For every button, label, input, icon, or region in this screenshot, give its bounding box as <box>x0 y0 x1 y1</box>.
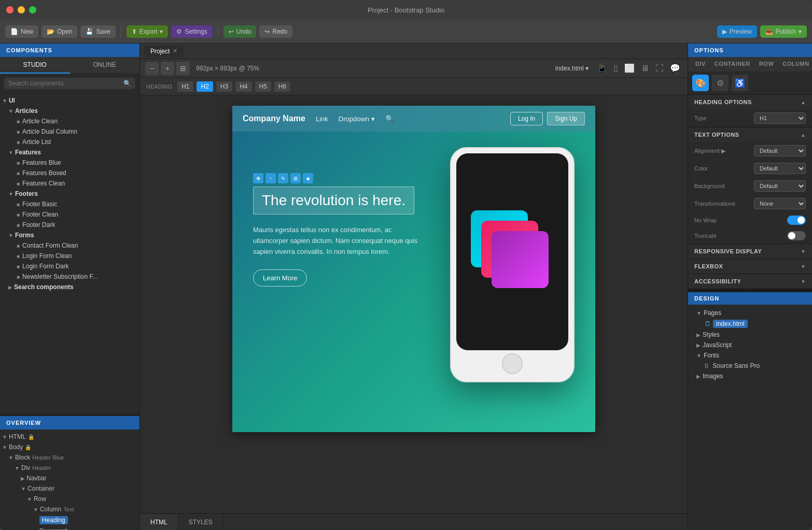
tree-item-newsletter[interactable]: ■ Newsletter Subscription F... <box>0 271 139 282</box>
html-tab[interactable]: HTML <box>140 514 178 530</box>
tree-item-features[interactable]: ▼ Features <box>0 147 139 157</box>
file-selector[interactable]: index.html ▾ <box>555 65 589 72</box>
dt-images[interactable]: ▶ Images <box>688 371 812 381</box>
delete-tool[interactable]: ■ <box>303 173 313 183</box>
tree-item-features-clean[interactable]: ■ Features Clean <box>0 178 139 189</box>
palette-icon-tab[interactable]: 🎨 <box>692 75 709 91</box>
dt-javascript[interactable]: ▶ JavaScript <box>688 340 812 350</box>
grid-toggle-button[interactable]: ⊞ <box>176 62 190 75</box>
transformations-select[interactable]: None Uppercase Lowercase Capitalize <box>754 198 806 209</box>
settings-button[interactable]: ⚙ Settings <box>171 25 212 38</box>
close-button[interactable] <box>6 6 13 13</box>
save-button[interactable]: 💾 Save <box>80 25 115 38</box>
export-button[interactable]: ⬆ Export ▾ <box>127 25 169 38</box>
tree-item-ui[interactable]: ▼ UI <box>0 95 139 106</box>
ov-item-navbar[interactable]: ▶ Navbar <box>0 473 139 483</box>
accessibility-icon-tab[interactable]: ♿ <box>732 75 748 91</box>
canvas-tab-project[interactable]: Project ✕ <box>144 46 184 57</box>
redo-button[interactable]: ↪ Redo <box>259 25 292 38</box>
tab-studio[interactable]: STUDIO <box>0 57 70 74</box>
open-button[interactable]: 📂 Open <box>41 25 77 38</box>
flexbox-header[interactable]: FLEXBOX ▼ <box>688 259 812 274</box>
tree-item-articles[interactable]: ▼ Articles <box>0 106 139 116</box>
tab-online[interactable]: ONLINE <box>70 57 140 74</box>
dt-fonts[interactable]: ▼ Fonts <box>688 350 812 361</box>
dt-styles[interactable]: ▶ Styles <box>688 330 812 340</box>
text-options-header[interactable]: TEXT OPTIONS ▲ <box>688 127 812 142</box>
new-button[interactable]: 📄 New <box>5 25 38 38</box>
tree-item-login-form-clean[interactable]: ■ Login Form Clean <box>0 251 139 261</box>
tree-item-forms[interactable]: ▼ Forms <box>0 230 139 240</box>
ov-item-container[interactable]: ▼ Container <box>0 483 139 494</box>
type-select[interactable]: H1 H2 H3 H4 H5 H6 <box>754 112 806 124</box>
login-button[interactable]: Log In <box>510 112 543 125</box>
nowrap-toggle[interactable] <box>787 216 806 225</box>
nav-search-icon[interactable]: 🔍 <box>385 114 394 123</box>
tab-container[interactable]: CONTAINER <box>710 59 754 69</box>
ov-item-heading[interactable]: Heading <box>0 514 139 526</box>
viewport-comment-button[interactable]: 💬 <box>668 62 682 74</box>
signup-button[interactable]: Sign Up <box>547 112 585 125</box>
edit-tool[interactable]: ✎ <box>278 173 288 183</box>
tree-item-footer-basic[interactable]: ■ Footer Basic <box>0 199 139 209</box>
dt-source-sans[interactable]: B Source Sans Pro <box>688 361 812 371</box>
color-select[interactable]: Default <box>754 163 806 174</box>
dt-index-html[interactable]: 🗒 index.html <box>688 318 812 330</box>
ov-item-row[interactable]: ▼ Row <box>0 494 139 504</box>
ov-item-paragraph[interactable]: Paragraph <box>0 526 139 530</box>
close-tab-icon[interactable]: ✕ <box>173 48 177 54</box>
tab-column[interactable]: COLUMN <box>778 59 812 69</box>
ov-item-body[interactable]: ▼ Body 🔒 <box>0 442 139 452</box>
ov-item-html[interactable]: ▼ HTML 🔒 <box>0 432 139 442</box>
styles-tab[interactable]: STYLES <box>178 514 223 530</box>
maximize-button[interactable] <box>29 6 36 13</box>
undo-button[interactable]: ↩ Undo <box>223 25 257 38</box>
viewport-fullscreen-button[interactable]: ⛶ <box>653 63 666 74</box>
accessibility-header[interactable]: ACCESSIBILITY ▼ <box>688 274 812 289</box>
h2-button[interactable]: H2 <box>197 81 213 92</box>
tree-item-contact-form-clean[interactable]: ■ Contact Form Clean <box>0 240 139 251</box>
move-tool[interactable]: ✥ <box>253 173 263 183</box>
zoom-in-button[interactable]: + <box>161 62 174 75</box>
nav-dropdown[interactable]: Dropdown ▾ <box>339 115 375 123</box>
alignment-select[interactable]: Default Left Center Right <box>754 145 806 156</box>
viewport-mobile-button[interactable]: 📱 <box>595 62 609 74</box>
tree-item-footer-clean[interactable]: ■ Footer Clean <box>0 209 139 220</box>
h6-button[interactable]: H6 <box>274 81 290 92</box>
zoom-out-button[interactable]: − <box>145 62 159 75</box>
hero-heading[interactable]: The revolution is here. <box>262 192 405 209</box>
ov-item-column-text[interactable]: ▼ Column Text <box>0 504 139 514</box>
tab-div[interactable]: DIV <box>691 59 710 69</box>
ov-item-div[interactable]: ▼ Div Header <box>0 463 139 473</box>
h1-button[interactable]: H1 <box>177 81 193 92</box>
publish-button[interactable]: 📤 Publish ▾ <box>760 25 807 38</box>
canvas-frame[interactable]: Company Name Link Dropdown ▾ 🔍 Log In Si… <box>140 95 688 513</box>
h5-button[interactable]: H5 <box>255 81 271 92</box>
minimize-button[interactable] <box>18 6 25 13</box>
nav-link[interactable]: Link <box>316 115 328 123</box>
tree-item-article-dual[interactable]: ■ Article Dual Column <box>0 126 139 137</box>
heading-options-header[interactable]: HEADING OPTIONS ▲ <box>688 95 812 109</box>
tree-item-footers[interactable]: ▼ Footers <box>0 189 139 199</box>
copy-tool[interactable]: ⊞ <box>290 173 301 183</box>
preview-button[interactable]: ▶ Preview <box>717 25 757 38</box>
dt-pages[interactable]: ▼ Pages <box>688 308 812 318</box>
up-tool[interactable]: ↑ <box>265 173 276 183</box>
ov-item-block[interactable]: ▼ Block Header Blue <box>0 452 139 463</box>
gear-icon-tab[interactable]: ⚙ <box>712 75 729 91</box>
tree-item-footer-dark[interactable]: ■ Footer Dark <box>0 220 139 230</box>
tree-item-article-list[interactable]: ■ Article List <box>0 137 139 147</box>
tab-row[interactable]: ROW <box>755 59 778 69</box>
tree-item-search-components[interactable]: ▶ Search components <box>0 282 139 292</box>
search-input[interactable] <box>8 80 123 87</box>
background-select[interactable]: Default <box>754 180 806 192</box>
h4-button[interactable]: H4 <box>235 81 251 92</box>
responsive-display-header[interactable]: RESPONSIVE DISPLAY ▼ <box>688 244 812 259</box>
viewport-desktop-sm-button[interactable]: ⬜ <box>622 62 637 74</box>
tree-item-article-clean[interactable]: ■ Article Clean <box>0 116 139 126</box>
tree-item-features-blue[interactable]: ■ Features Blue <box>0 157 139 168</box>
viewport-desktop-button[interactable]: 🖥 <box>639 63 651 74</box>
truncate-toggle[interactable] <box>787 231 806 240</box>
h3-button[interactable]: H3 <box>216 81 232 92</box>
tree-item-features-boxed[interactable]: ■ Features Boxed <box>0 168 139 178</box>
